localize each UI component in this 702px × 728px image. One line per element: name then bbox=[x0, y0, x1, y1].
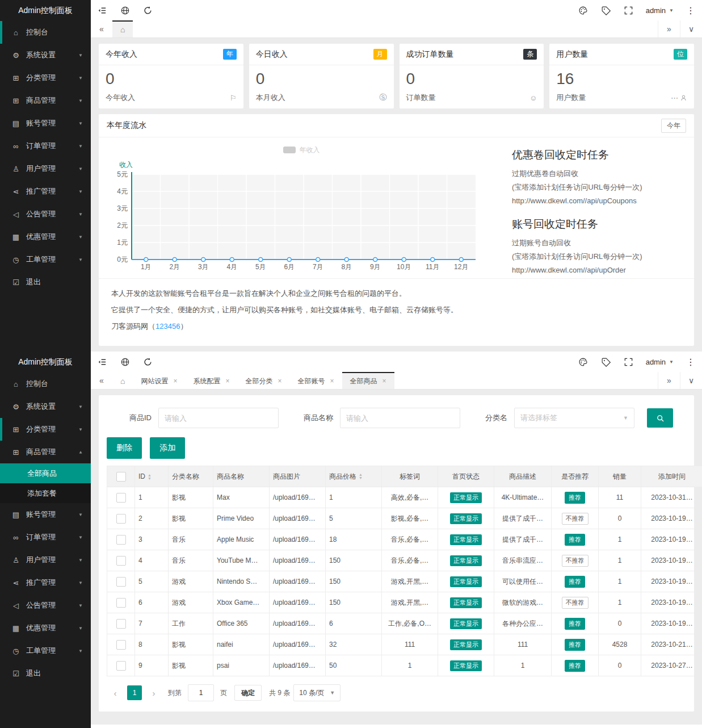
sidebar-item[interactable]: 全部商品 ▼ bbox=[0, 463, 91, 483]
fullscreen-icon[interactable] bbox=[617, 352, 640, 372]
close-icon[interactable]: × bbox=[382, 377, 386, 385]
add-product-button[interactable]: 添加 bbox=[150, 437, 185, 459]
table-row[interactable]: 7 工作 Office 365 /upload/169… 6 工作,必备,O… … bbox=[107, 613, 702, 634]
refresh-icon[interactable] bbox=[136, 0, 159, 20]
sidebar-item[interactable]: ☑ 退出 ▼ bbox=[0, 662, 91, 685]
table-row[interactable]: 6 游戏 Xbox Game… /upload/169… 150 游戏,开黑,…… bbox=[107, 592, 702, 613]
column-header[interactable]: 首页状态▲▼ bbox=[438, 466, 494, 487]
sort-icon[interactable]: ▲▼ bbox=[148, 474, 152, 480]
sidebar-item[interactable]: ⚙ 系统设置 ▼ bbox=[0, 44, 91, 66]
close-icon[interactable]: × bbox=[278, 377, 282, 385]
page-size-select[interactable]: 10 条/页▼ bbox=[293, 684, 341, 701]
column-header[interactable]: ID▲▼ bbox=[135, 466, 169, 487]
column-header[interactable]: 商品图片▲▼ bbox=[270, 466, 326, 487]
product-name-input[interactable] bbox=[340, 408, 460, 428]
table-row[interactable]: 9 影视 psai /upload/169… 50 1 正常显示 1 推荐 bbox=[107, 655, 702, 676]
row-checkbox[interactable] bbox=[116, 661, 126, 671]
sidebar-item[interactable]: ∞ 订单管理 ▼ bbox=[0, 526, 91, 549]
theme-palette-icon[interactable] bbox=[572, 352, 595, 372]
sidebar-item[interactable]: ◷ 工单管理 ▼ bbox=[0, 248, 91, 271]
scroll-tabs-right-icon[interactable]: » bbox=[658, 372, 680, 389]
sidebar-item[interactable]: ◷ 工单管理 ▼ bbox=[0, 639, 91, 662]
tab[interactable]: ⌂ × bbox=[112, 20, 133, 37]
column-header[interactable]: 是否推荐▲▼ bbox=[552, 466, 599, 487]
row-checkbox[interactable] bbox=[116, 640, 126, 650]
close-icon[interactable]: × bbox=[173, 377, 177, 385]
category-select[interactable]: 请选择标签 ▼ bbox=[514, 408, 634, 428]
sidebar-item[interactable]: ⊞ 分类管理 ▼ bbox=[0, 418, 91, 441]
select-all-checkbox[interactable] bbox=[116, 472, 126, 482]
column-header[interactable]: 商品名称▲▼ bbox=[213, 466, 270, 487]
more-vertical-icon[interactable]: ⋮ bbox=[679, 352, 702, 372]
table-row[interactable]: 5 游戏 Nintendo S… /upload/169… 150 游戏,开黑,… bbox=[107, 571, 702, 592]
sidebar-item[interactable]: 添加套餐 ▼ bbox=[0, 483, 91, 503]
column-header[interactable]: 分类名称▲▼ bbox=[169, 466, 213, 487]
row-checkbox[interactable] bbox=[116, 598, 126, 608]
more-vertical-icon[interactable]: ⋮ bbox=[679, 0, 702, 20]
tag-icon[interactable] bbox=[595, 0, 617, 20]
sidebar-item[interactable]: ⊞ 商品管理 ▼ bbox=[0, 441, 91, 463]
jump-page-input[interactable] bbox=[188, 684, 214, 701]
tab[interactable]: ⌂ 网站设置 × bbox=[133, 372, 185, 389]
collapse-tabs-icon[interactable]: ∨ bbox=[680, 20, 702, 37]
tab[interactable]: ⌂ 全部账号 × bbox=[290, 372, 342, 389]
sidebar-item[interactable]: ⋖ 推广管理 ▼ bbox=[0, 180, 91, 203]
sidebar-item[interactable]: ⊞ 商品管理 ▼ bbox=[0, 89, 91, 112]
sidebar-item[interactable]: ☑ 退出 ▼ bbox=[0, 271, 91, 294]
column-header[interactable]: 商品描述▲▼ bbox=[494, 466, 552, 487]
column-header[interactable]: 标签词▲▼ bbox=[382, 466, 438, 487]
row-checkbox[interactable] bbox=[116, 535, 126, 545]
sidebar-item[interactable]: ▤ 账号管理 ▼ bbox=[0, 112, 91, 135]
collapse-menu-icon[interactable] bbox=[91, 352, 114, 372]
sidebar-item[interactable]: ♙ 用户管理 ▼ bbox=[0, 549, 91, 571]
sidebar-item[interactable]: ▦ 优惠管理 ▼ bbox=[0, 617, 91, 639]
row-checkbox[interactable] bbox=[116, 577, 126, 587]
refresh-icon[interactable] bbox=[136, 352, 159, 372]
page-number[interactable]: 1 bbox=[127, 685, 142, 700]
tab[interactable]: ⌂ × bbox=[112, 372, 133, 389]
scroll-tabs-left-icon[interactable]: « bbox=[91, 20, 112, 37]
sidebar-item[interactable]: ∞ 订单管理 ▼ bbox=[0, 135, 91, 157]
table-row[interactable]: 1 影视 Max /upload/169… 1 高效,必备,… 正常显示 4K-… bbox=[107, 487, 702, 508]
chart-legend[interactable]: 年收入 bbox=[106, 144, 497, 156]
column-header[interactable]: 添加时间▲▼ bbox=[641, 466, 702, 487]
next-page-icon[interactable]: › bbox=[146, 685, 161, 700]
sidebar-item[interactable]: ◁ 公告管理 ▼ bbox=[0, 594, 91, 617]
fullscreen-icon[interactable] bbox=[617, 0, 640, 20]
table-row[interactable]: 2 影视 Prime Video /upload/169… 5 影视,必备,… … bbox=[107, 508, 702, 529]
tag-icon[interactable] bbox=[595, 352, 617, 372]
delete-selected-button[interactable]: 删除 bbox=[107, 437, 142, 459]
close-icon[interactable]: × bbox=[225, 377, 229, 385]
collapse-menu-icon[interactable] bbox=[91, 0, 114, 20]
column-header[interactable]: 商品价格▲▼ bbox=[326, 466, 382, 487]
scroll-tabs-left-icon[interactable]: « bbox=[91, 372, 112, 389]
sidebar-item[interactable]: ⊞ 分类管理 ▼ bbox=[0, 66, 91, 89]
sidebar-item[interactable]: ♙ 用户管理 ▼ bbox=[0, 157, 91, 180]
sidebar-item[interactable]: ⋖ 推广管理 ▼ bbox=[0, 571, 91, 594]
product-id-input[interactable] bbox=[158, 408, 279, 428]
tab[interactable]: ⌂ 系统配置 × bbox=[185, 372, 237, 389]
sidebar-item[interactable]: ⌂ 控制台 ▼ bbox=[0, 373, 91, 395]
tab[interactable]: ⌂ 全部商品 × bbox=[342, 372, 394, 389]
search-button[interactable] bbox=[647, 408, 673, 428]
globe-icon[interactable] bbox=[114, 0, 136, 20]
scroll-tabs-right-icon[interactable]: » bbox=[658, 20, 680, 37]
close-icon[interactable]: × bbox=[330, 377, 334, 385]
user-menu[interactable]: admin▼ bbox=[640, 358, 679, 366]
user-menu[interactable]: admin▼ bbox=[640, 6, 679, 15]
site-link[interactable]: 123456 bbox=[155, 322, 180, 330]
row-checkbox[interactable] bbox=[116, 514, 126, 524]
sidebar-item[interactable]: ◁ 公告管理 ▼ bbox=[0, 203, 91, 225]
sidebar-item[interactable]: ▦ 优惠管理 ▼ bbox=[0, 225, 91, 248]
confirm-jump-button[interactable]: 确定 bbox=[234, 685, 262, 701]
table-row[interactable]: 4 音乐 YouTube M… /upload/169… 150 音乐,必备,…… bbox=[107, 550, 702, 571]
table-row[interactable]: 3 音乐 Apple Music /upload/169… 18 音乐,必备,…… bbox=[107, 529, 702, 550]
theme-palette-icon[interactable] bbox=[572, 0, 595, 20]
sidebar-item[interactable]: ▤ 账号管理 ▼ bbox=[0, 503, 91, 526]
row-checkbox[interactable] bbox=[116, 493, 126, 503]
row-checkbox[interactable] bbox=[116, 556, 126, 566]
sort-icon[interactable]: ▲▼ bbox=[359, 473, 363, 480]
year-range-button[interactable]: 今年 bbox=[661, 119, 686, 133]
table-row[interactable]: 8 影视 naifei /upload/169… 32 111 正常显示 111… bbox=[107, 634, 702, 655]
column-header[interactable]: 销量▲▼ bbox=[599, 466, 641, 487]
